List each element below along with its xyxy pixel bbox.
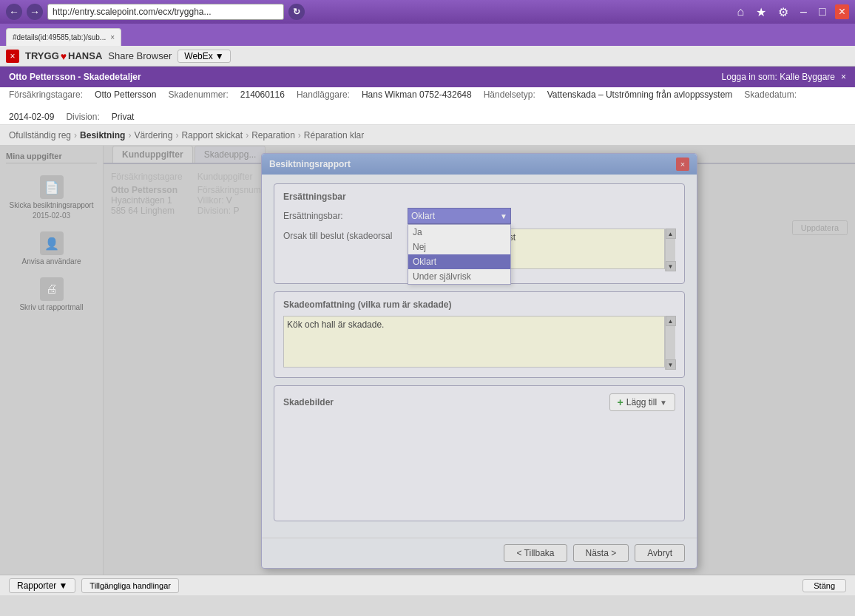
rapporter-button[interactable]: Rapporter ▼: [9, 578, 75, 593]
breadcrumb-item-2[interactable]: Besiktning: [80, 130, 125, 141]
breadcrumb-item-4[interactable]: Rapport skickat: [181, 130, 243, 141]
breadcrumb-sep-4: ›: [246, 130, 249, 141]
sidebar-besiktning-label: Skicka besiktningsrapport: [10, 201, 94, 209]
lagg-till-button[interactable]: + Lägg till ▼: [609, 393, 675, 411]
ersattningsbar-dropdown-wrapper: Oklart ▼ Ja Nej Oklart Under självrisk: [408, 208, 511, 224]
trygg-hansa-text: TRYGG: [25, 50, 59, 61]
sidebar-anvisa-label: Anvisa användare: [21, 257, 81, 265]
tab-label: #details(id:49585,tab:)/sub...: [13, 33, 106, 41]
sidebar: Mina uppgifter 📄 Skicka besiktningsrappo…: [0, 146, 104, 592]
tillbaka-button[interactable]: < Tillbaka: [504, 544, 567, 562]
skadeomf-scroll-down-icon[interactable]: ▼: [666, 359, 676, 370]
back-button[interactable]: ←: [6, 4, 22, 20]
info-forsäkringstagare-value: Otto Pettersson: [95, 89, 156, 100]
info-division-label: Division:: [66, 112, 99, 122]
sidebar-besiktning-date: 2015-02-03: [33, 211, 70, 220]
webex-label: WebEx: [184, 51, 212, 61]
forward-button[interactable]: →: [27, 4, 43, 20]
settings-icon[interactable]: ⚙: [775, 4, 791, 21]
ersattningsbar-section: Ersättningsbar Ersättningsbar: Oklart ▼: [274, 183, 685, 284]
tab-close-icon[interactable]: ×: [110, 33, 115, 41]
skadeomfattning-textarea-wrapper: Kök och hall är skadade. ▲ ▼: [283, 316, 675, 370]
ersattningsbar-dropdown-menu: Ja Nej Oklart Under självrisk: [408, 224, 511, 285]
minimize-button[interactable]: –: [797, 4, 810, 20]
skadebilder-header: Skadebilder + Lägg till ▼: [283, 393, 675, 411]
sidebar-item-anvisa[interactable]: 👤 Anvisa användare: [6, 229, 97, 268]
star-icon[interactable]: ★: [753, 4, 769, 21]
nasta-button[interactable]: Nästa >: [573, 544, 629, 562]
close-button[interactable]: ×: [835, 4, 849, 19]
skadeomf-scroll-up-icon[interactable]: ▲: [666, 316, 676, 326]
ersattningsbar-select[interactable]: Oklart ▼: [408, 208, 511, 224]
info-handelsetyp-value: Vattenskada – Utströmning från avloppssy…: [547, 89, 733, 100]
ersattningsbar-section-title: Ersättningsbar: [283, 192, 675, 202]
breadcrumb-sep-5: ›: [298, 130, 301, 141]
sidebar-skrivut-label: Skriv ut rapportmall: [19, 303, 83, 311]
share-browser-label: Share Browser: [108, 50, 172, 61]
page-header-close-icon[interactable]: ×: [841, 72, 846, 82]
home-icon[interactable]: ⌂: [734, 4, 747, 20]
hansa-heart-icon: ♥: [61, 50, 67, 62]
breadcrumb-item-3[interactable]: Värdering: [134, 130, 172, 141]
ersattningsbar-dropdown-arrow-icon: ▼: [500, 212, 507, 220]
dropdown-item-nej[interactable]: Nej: [408, 240, 510, 254]
info-skadenummer-value: 214060116: [240, 89, 285, 100]
address-bar[interactable]: http://entry.scalepoint.com/ecx/tryggha.…: [47, 4, 284, 20]
maximize-button[interactable]: □: [816, 4, 829, 20]
skadebilder-content: [283, 417, 675, 513]
besiktning-icon: 📄: [40, 175, 64, 199]
login-info: Logga in som: Kalle Byggare: [722, 72, 835, 82]
dropdown-item-ja[interactable]: Ja: [408, 225, 510, 240]
rapporter-arrow-icon: ▼: [58, 581, 67, 591]
skriv-ut-icon: 🖨: [40, 277, 64, 301]
webex-arrow-icon: ▼: [215, 51, 224, 61]
orsak-label: Orsak till beslut (skadeorsal: [283, 229, 402, 241]
breadcrumb-item-5[interactable]: Reparation: [251, 130, 295, 141]
address-text: http://entry.scalepoint.com/ecx/tryggha.…: [53, 7, 212, 17]
scroll-down-icon[interactable]: ▼: [666, 261, 676, 271]
avbryt-button[interactable]: Avbryt: [635, 544, 685, 562]
browser-controls: ⌂ ★ ⚙ – □ ×: [734, 4, 849, 21]
app-area: Otto Pettersson - Skadedetaljer Logga in…: [0, 67, 855, 595]
info-bar: Försäkringstagare: Otto Pettersson Skade…: [0, 87, 855, 125]
ersattningsbar-form-row: Ersättningsbar: Oklart ▼ Ja: [283, 208, 675, 224]
skadeomfattning-section: Skadeomfattning (vilka rum är skadade) K…: [274, 291, 685, 378]
info-division-value: Privat: [112, 112, 135, 122]
info-skadenummer-label: Skadenummer:: [168, 89, 228, 100]
bottom-bar: Rapporter ▼ Tillgängliga handlingar Stän…: [0, 575, 855, 595]
skadebilder-section-title: Skadebilder: [283, 397, 334, 407]
webex-button[interactable]: WebEx ▼: [178, 50, 230, 63]
tillgangliga-handlingar-button[interactable]: Tillgängliga handlingar: [81, 578, 179, 593]
dialog-close-button[interactable]: ×: [676, 158, 689, 171]
dropdown-item-oklart[interactable]: Oklart: [408, 254, 510, 269]
ersattningsbar-selected-value: Oklart: [411, 211, 500, 221]
toolbar-close-button[interactable]: ×: [6, 50, 19, 63]
breadcrumb-item-1[interactable]: Ofullständig reg: [9, 130, 71, 141]
stang-button[interactable]: Stäng: [802, 579, 846, 592]
breadcrumb-sep-2: ›: [128, 130, 131, 141]
lagg-till-label: Lägg till: [626, 397, 657, 407]
info-handlaggare-label: Handläggare:: [297, 89, 350, 100]
anvisa-icon: 👤: [40, 231, 64, 255]
dialog-footer: < Tillbaka Nästa > Avbryt: [262, 538, 697, 568]
main-content: Kunduppgifter Skadeuppg... Försäkringsta…: [104, 146, 855, 592]
sidebar-item-skriv-ut[interactable]: 🖨 Skriv ut rapportmall: [6, 274, 97, 314]
trygg-hansa-logo: TRYGG ♥ HANSA: [25, 50, 102, 62]
breadcrumb-sep-3: ›: [175, 130, 178, 141]
breadcrumb-item-6[interactable]: Réparation klar: [304, 130, 364, 141]
skadeomfattning-textarea[interactable]: Kök och hall är skadade.: [283, 316, 665, 368]
hansa-text: HANSA: [68, 50, 102, 61]
rapporter-label: Rapporter: [17, 581, 56, 591]
scroll-up-icon[interactable]: ▲: [666, 229, 676, 239]
sidebar-item-besiktning[interactable]: 📄 Skicka besiktningsrapport 2015-02-03: [6, 172, 97, 223]
besiktningsrapport-dialog: Besiktningsrapport × Ersättningsbar Ersä…: [261, 153, 697, 569]
ersattningsbar-label: Ersättningsbar:: [283, 211, 402, 221]
browser-tab[interactable]: #details(id:49585,tab:)/sub... ×: [6, 28, 121, 46]
dropdown-item-under-sjalvrisk[interactable]: Under självrisk: [408, 269, 510, 284]
dialog-body: Ersättningsbar Ersättningsbar: Oklart ▼: [262, 175, 697, 538]
refresh-button[interactable]: ↻: [288, 4, 305, 20]
lagg-till-plus-icon: +: [618, 396, 623, 408]
sidebar-section-title-1: Mina uppgifter: [6, 152, 97, 163]
skadeomfattning-scrollbar: ▲ ▼: [665, 316, 675, 370]
info-skadedatum-label: Skadedatum:: [744, 89, 797, 100]
